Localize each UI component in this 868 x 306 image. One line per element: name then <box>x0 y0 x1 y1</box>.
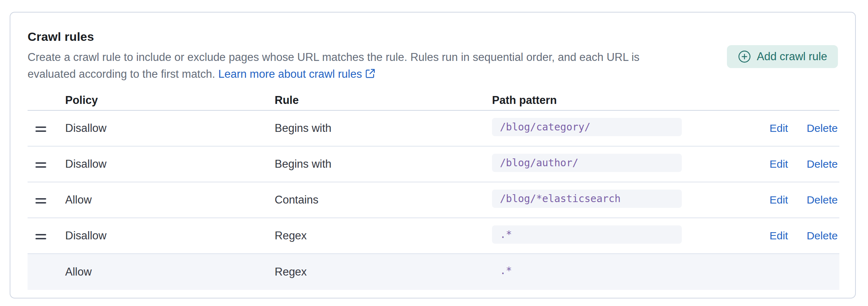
delete-link[interactable]: Delete <box>807 194 838 206</box>
rule-cell: Regex <box>275 266 492 278</box>
panel-header: Crawl rules Create a crawl rule to inclu… <box>28 30 838 83</box>
header-path-pattern: Path pattern <box>492 94 770 107</box>
row-actions: Edit Delete <box>770 158 839 170</box>
header-rule: Rule <box>275 94 492 107</box>
path-pattern-value: /blog/category/ <box>492 118 682 136</box>
policy-cell: Disallow <box>65 122 275 135</box>
delete-link[interactable]: Delete <box>807 122 838 134</box>
row-actions: Edit Delete <box>770 194 839 206</box>
table-row: Disallow Begins with /blog/category/ Edi… <box>28 111 839 147</box>
path-pattern-value: /blog/*elasticsearch <box>492 190 682 208</box>
description-line-2: evaluated according to the first match. <box>28 68 218 80</box>
header-policy: Policy <box>65 94 275 107</box>
crawl-rules-panel: Crawl rules Create a crawl rule to inclu… <box>10 12 856 298</box>
delete-link[interactable]: Delete <box>807 158 838 170</box>
page-title: Crawl rules <box>28 30 640 44</box>
table-header-row: Policy Rule Path pattern <box>28 91 839 111</box>
grab-handle-icon[interactable] <box>35 126 46 132</box>
path-pattern-value: /blog/author/ <box>492 154 682 172</box>
add-crawl-rule-label: Add crawl rule <box>757 50 827 63</box>
table-row-default-rule: Allow Regex .* <box>28 254 839 290</box>
description-line-1: Create a crawl rule to include or exclud… <box>28 49 640 66</box>
rule-cell: Begins with <box>275 158 492 171</box>
policy-cell: Disallow <box>65 158 275 171</box>
learn-more-label: Learn more about crawl rules <box>218 68 362 80</box>
learn-more-link[interactable]: Learn more about crawl rules <box>218 68 375 80</box>
edit-link[interactable]: Edit <box>770 194 788 206</box>
grab-handle-icon[interactable] <box>35 198 46 204</box>
table-row: Allow Contains /blog/*elasticsearch Edit… <box>28 182 839 218</box>
rule-cell: Contains <box>275 193 492 206</box>
add-crawl-rule-button[interactable]: Add crawl rule <box>727 45 838 68</box>
external-link-icon <box>365 67 376 83</box>
edit-link[interactable]: Edit <box>770 122 788 134</box>
panel-description: Create a crawl rule to include or exclud… <box>28 49 640 83</box>
policy-cell: Allow <box>65 193 275 206</box>
grab-handle-icon[interactable] <box>35 162 46 168</box>
crawl-rules-table: Policy Rule Path pattern Disallow Begins… <box>28 91 839 290</box>
plus-circle-icon <box>738 50 751 63</box>
row-actions: Edit Delete <box>770 122 839 134</box>
policy-cell: Disallow <box>65 229 275 242</box>
grab-handle-icon[interactable] <box>35 234 46 239</box>
table-row: Disallow Begins with /blog/author/ Edit … <box>28 147 839 182</box>
path-pattern-value: .* <box>492 225 682 244</box>
rule-cell: Regex <box>275 229 492 242</box>
rule-cell: Begins with <box>275 122 492 135</box>
edit-link[interactable]: Edit <box>770 230 788 242</box>
panel-header-text: Crawl rules Create a crawl rule to inclu… <box>28 30 640 83</box>
table-row: Disallow Regex .* Edit Delete <box>28 218 839 254</box>
path-pattern-value: .* <box>492 262 682 280</box>
row-actions: Edit Delete <box>770 230 839 242</box>
edit-link[interactable]: Edit <box>770 158 788 170</box>
policy-cell: Allow <box>65 266 275 278</box>
delete-link[interactable]: Delete <box>807 230 838 242</box>
